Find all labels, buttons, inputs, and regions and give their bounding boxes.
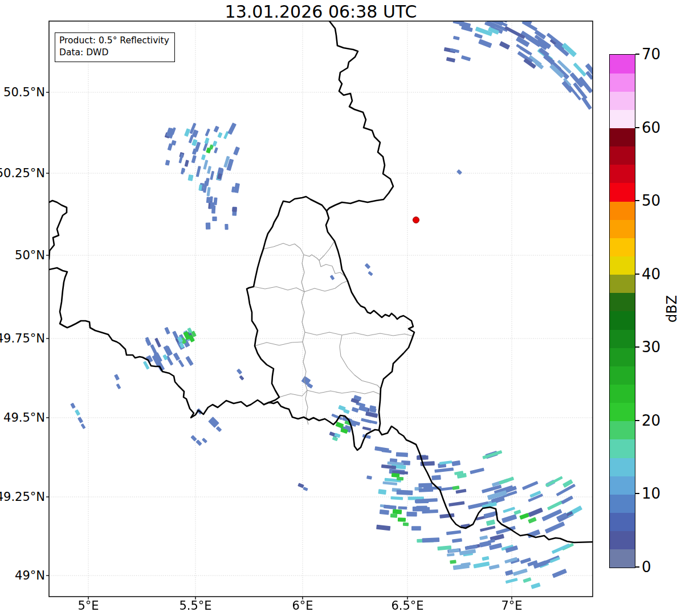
- latitude-tick-label: 49.75°N: [0, 333, 45, 345]
- latitude-tick-label: 49.25°N: [0, 491, 45, 503]
- colorbar-tick-mark: [635, 127, 639, 128]
- map-canvas: [0, 0, 685, 616]
- colorbar-segment: [610, 256, 635, 275]
- colorbar-segment: [610, 165, 635, 183]
- radar-map-figure: 13.01.2026 06:38 UTC Product: 0.5° Refle…: [0, 0, 685, 616]
- colorbar-segment: [610, 458, 635, 476]
- colorbar-segment: [610, 531, 635, 550]
- colorbar-segment: [610, 439, 635, 458]
- colorbar-segment: [610, 128, 635, 147]
- admin-boundaries: [254, 241, 413, 425]
- colorbar-tick-mark: [635, 493, 639, 494]
- colorbar-segment: [610, 549, 635, 568]
- colorbar-segment: [610, 219, 635, 238]
- data-source-label: Data: DWD: [59, 47, 169, 59]
- colorbar-segment: [610, 293, 635, 312]
- longitude-tick-label: 6°E: [268, 600, 337, 612]
- colorbar-unit-label: dBZ: [664, 295, 680, 323]
- colorbar-tick-mark: [635, 274, 639, 275]
- product-info-box: Product: 0.5° Reflectivity Data: DWD: [55, 32, 175, 62]
- longitude-tick-label: 7°E: [478, 600, 546, 612]
- colorbar-segment: [610, 91, 635, 110]
- colorbar-tick-label: 70: [642, 47, 660, 62]
- colorbar-segment: [610, 329, 635, 348]
- longitude-tick-label: 5.5°E: [161, 600, 230, 612]
- colorbar-segment: [610, 238, 635, 256]
- latitude-tick-label: 50.5°N: [0, 87, 45, 99]
- colorbar-tick-mark: [635, 54, 639, 55]
- colorbar-tick-mark: [635, 346, 639, 348]
- colorbar-tick-label: 20: [642, 413, 660, 428]
- radar-echo-layer: [70, 0, 602, 589]
- colorbar-segment: [610, 385, 635, 403]
- colorbar-tick-mark: [635, 420, 639, 421]
- latitude-tick-label: 50°N: [0, 250, 45, 262]
- longitude-tick-label: 5°E: [54, 600, 123, 612]
- colorbar-tick-label: 30: [642, 340, 660, 354]
- colorbar-segment: [610, 421, 635, 440]
- colorbar-segment: [610, 403, 635, 422]
- product-label: Product: 0.5° Reflectivity: [59, 35, 169, 47]
- colorbar-segment: [610, 275, 635, 293]
- latitude-tick-label: 50.25°N: [0, 168, 45, 180]
- axis-tick-marks: [46, 92, 512, 599]
- colorbar-segment: [610, 201, 635, 220]
- latitude-tick-label: 49.5°N: [0, 412, 45, 424]
- colorbar-segment: [610, 109, 635, 128]
- colorbar-tick-label: 60: [642, 120, 660, 135]
- colorbar-tick-label: 50: [642, 193, 660, 208]
- colorbar-segment: [610, 476, 635, 495]
- colorbar-segment: [610, 494, 635, 513]
- colorbar-segment: [610, 348, 635, 366]
- colorbar-segment: [610, 366, 635, 385]
- colorbar: [609, 54, 635, 568]
- latitude-tick-label: 49°N: [0, 570, 45, 582]
- colorbar-segment: [610, 146, 635, 165]
- colorbar-tick-mark: [635, 200, 639, 201]
- colorbar-tick-label: 10: [642, 486, 660, 501]
- colorbar-tick-label: 0: [642, 560, 651, 574]
- colorbar-tick-label: 40: [642, 267, 660, 282]
- country-borders: [49, 21, 593, 542]
- radar-site-marker: [413, 217, 419, 223]
- colorbar-segment: [610, 311, 635, 330]
- colorbar-segment: [610, 55, 635, 74]
- colorbar-tick-mark: [635, 566, 639, 568]
- longitude-tick-label: 6.5°E: [373, 600, 442, 612]
- colorbar-segment: [610, 183, 635, 202]
- colorbar-segment: [610, 513, 635, 532]
- colorbar-segment: [610, 73, 635, 92]
